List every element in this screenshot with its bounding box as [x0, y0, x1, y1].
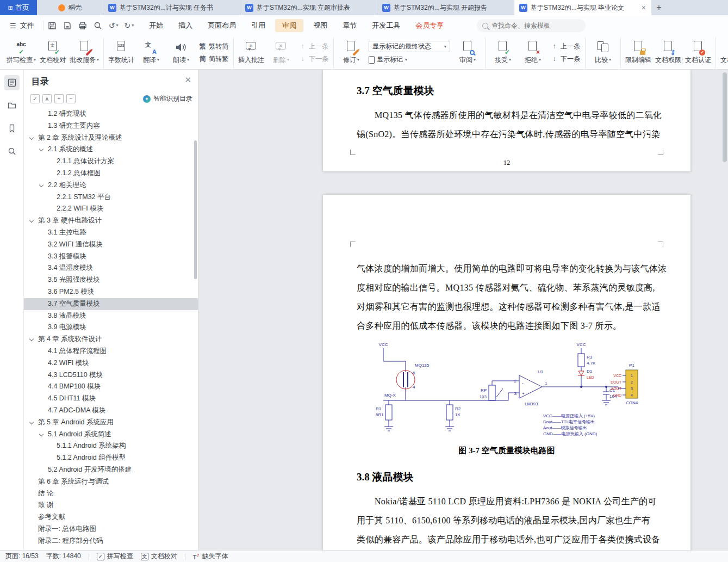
toc-item[interactable]: 附录二: 程序部分代码 [24, 535, 198, 547]
word-count-button[interactable]: 123 字数统计 [107, 38, 136, 67]
reject-button[interactable]: × 拒绝▾ [518, 38, 547, 67]
toc-item[interactable]: 4.4 BMP180 模块 [24, 381, 198, 393]
spell-check-status[interactable]: ✓ 拼写检查 [97, 552, 133, 561]
toc-item[interactable]: 第 3 章 硬件电路设计 [24, 215, 198, 227]
close-tab-icon[interactable]: × [642, 3, 646, 12]
chevron-down-icon[interactable] [39, 147, 43, 151]
bookmark-panel-button[interactable] [4, 121, 20, 136]
chevron-down-icon[interactable] [39, 183, 43, 187]
toc-item[interactable]: 3.5 光照强度模块 [24, 274, 198, 286]
toc-scrollbar[interactable] [194, 140, 197, 279]
chevron-down-icon[interactable] [29, 135, 34, 139]
toc-item[interactable]: 5.2 Android 开发环境的搭建 [24, 464, 198, 476]
doc-finalize-button[interactable]: ✓ 文档定稿 [719, 38, 728, 67]
document-scrollbar[interactable] [723, 72, 727, 162]
search-input[interactable] [491, 22, 578, 29]
print-icon[interactable] [78, 21, 88, 30]
ribbon-tab[interactable]: 开发工具 [364, 15, 408, 36]
document-tab[interactable]: W 基于STM32的...实现 立题审批表 × [240, 0, 377, 15]
document-tab[interactable]: W 基于STM32的...与实现 毕业论文 × [514, 0, 651, 15]
file-menu-button[interactable]: ☰ 文件 [5, 21, 39, 30]
track-changes-button[interactable]: 修订▾ [337, 38, 366, 67]
toc-item[interactable]: 参考文献 [24, 511, 198, 523]
chevron-down-icon[interactable] [29, 218, 34, 223]
missing-font-status[interactable]: T? 缺失字体 [193, 552, 228, 561]
toc-item[interactable]: 2.1 系统的概述 [24, 144, 198, 156]
toc-item[interactable]: 4.2 WIFI 模块 [24, 357, 198, 369]
chevron-down-icon[interactable] [29, 419, 34, 424]
toc-item[interactable]: 2.2.1 STM32 平台 [24, 192, 198, 203]
toc-item[interactable]: 3.1 主控电路 [24, 227, 198, 239]
toc-item[interactable]: 4.3 LCD5110 模块 [24, 369, 198, 381]
redo-button[interactable]: ↻▾ [124, 21, 134, 30]
accept-button[interactable]: ✓ 接受▾ [488, 38, 518, 67]
document-page-13[interactable]: 气体浓度的增加而增大。使用简单的电路即可将电导率的变化转换为与该气体浓度相对应的… [323, 195, 690, 550]
toc-item[interactable]: 第 4 章 系统软件设计 [24, 334, 198, 345]
toc-item[interactable]: 结 论 [24, 488, 198, 500]
document-tab[interactable]: W 基于STM32的...计与实现 任务书 × [103, 0, 240, 15]
ribbon-tab[interactable]: 视图 [306, 15, 335, 36]
collapse-all-icon[interactable]: − [66, 94, 76, 103]
spell-check-button[interactable]: abc✓ 拼写检查▾ [5, 38, 38, 67]
toc-item[interactable]: 4.5 DHT11 模块 [24, 393, 198, 405]
toc-item[interactable]: 3.6 PM2.5 模块 [24, 286, 198, 298]
toc-item[interactable]: 4.7 ADC-DMA 模块 [24, 405, 198, 417]
tags-panel-button[interactable] [4, 98, 20, 113]
toc-item[interactable]: 2.2.2 WIFI 模块 [24, 203, 198, 215]
toc-item[interactable]: 3.8 液晶模块 [24, 310, 198, 322]
doc-proof-status[interactable]: 文 文档校对 [141, 552, 177, 561]
doc-permission-button[interactable]: ⚷ 文档权限 [654, 38, 683, 67]
toc-item[interactable]: 5.1.2 Android 组件模型 [24, 452, 198, 464]
translate-button[interactable]: 文A 翻译▾ [136, 38, 166, 67]
doc-certify-button[interactable]: ✓ 文档认证 [683, 38, 713, 67]
toc-item[interactable]: 4.1 总体程序流程图 [24, 345, 198, 357]
read-aloud-button[interactable]: 朗读▾ [166, 38, 196, 67]
print-preview-icon[interactable] [94, 21, 103, 30]
grading-service-button[interactable]: 批改服务▾ [68, 38, 101, 67]
prev-comment-button[interactable]: ↑ 上一条 [298, 42, 328, 51]
new-tab-button[interactable]: + [651, 0, 667, 15]
command-search[interactable] [477, 19, 586, 32]
undo-button[interactable]: ↺▾ [109, 21, 119, 30]
show-markup-button[interactable]: 显示标记 ▾ [369, 55, 450, 64]
document-canvas[interactable]: 3.7 空气质量模块 MQ135 气体传感器所使用的气敏材料是在清洁空气中电导率… [198, 70, 728, 550]
search-panel-button[interactable] [4, 144, 20, 159]
doc-proof-button[interactable]: 文✓ 文档校对 [38, 38, 67, 67]
markup-state-select[interactable]: 显示标记的最终状态 ▾ [369, 41, 450, 52]
collapse-branch-icon[interactable]: ∧ [42, 94, 52, 103]
close-icon[interactable]: ✕ [184, 75, 191, 85]
chevron-down-icon[interactable] [29, 337, 34, 341]
toc-item[interactable]: 3.3 报警模块 [24, 251, 198, 263]
simp-to-trad-button[interactable]: 简 简转繁 [198, 54, 228, 64]
compare-button[interactable]: 比较▾ [588, 38, 618, 67]
next-change-button[interactable]: ↓ 下一条 [550, 54, 580, 64]
review-pane-button[interactable]: 审阅▾ [453, 38, 482, 67]
insert-comment-button[interactable]: + 插入批注 [237, 38, 266, 67]
toc-item[interactable]: 3.4 温湿度模块 [24, 262, 198, 274]
trad-to-simp-button[interactable]: 繁 繁转简 [198, 42, 228, 51]
document-page-12[interactable]: 3.7 空气质量模块 MQ135 气体传感器所使用的气敏材料是在清洁空气中电导率… [323, 70, 690, 171]
expand-all-icon[interactable]: + [54, 94, 64, 103]
smart-toc-button[interactable]: ✦ 智能识别目录 [143, 94, 192, 103]
ribbon-tab[interactable]: 开始 [141, 15, 171, 36]
prev-change-button[interactable]: ↑ 上一条 [550, 42, 580, 51]
ribbon-tab[interactable]: 插入 [171, 15, 200, 36]
toc-item[interactable]: 附录一: 总体电路图 [24, 523, 198, 535]
next-comment-button[interactable]: ↓ 下一条 [298, 54, 328, 64]
toc-item[interactable]: 1.3 研究主要内容 [24, 120, 198, 132]
toc-item[interactable]: 第 6 章 系统运行与调试 [24, 476, 198, 488]
toc-item[interactable]: 3.9 电源模块 [24, 322, 198, 334]
ribbon-tab[interactable]: 页面布局 [200, 15, 244, 36]
ribbon-tab[interactable]: 引用 [244, 15, 273, 36]
ribbon-tab[interactable]: 审阅 [275, 19, 303, 32]
docer-tab[interactable]: 稻壳 [37, 0, 103, 15]
restrict-editing-button[interactable]: 限制编辑 [624, 38, 653, 67]
toc-item[interactable]: 第 5 章 Android 系统应用 [24, 417, 198, 429]
toc-item[interactable]: 5.1.1 Android 系统架构 [24, 440, 198, 452]
toc-item[interactable]: 致 谢 [24, 499, 198, 511]
output-icon[interactable] [63, 21, 72, 30]
toc-item[interactable]: 3.7 空气质量模块 [24, 298, 198, 310]
select-levels-icon[interactable]: ✓ [30, 94, 40, 103]
save-icon[interactable] [48, 21, 57, 30]
toc-item[interactable]: 1.2 研究现状 [24, 108, 198, 120]
